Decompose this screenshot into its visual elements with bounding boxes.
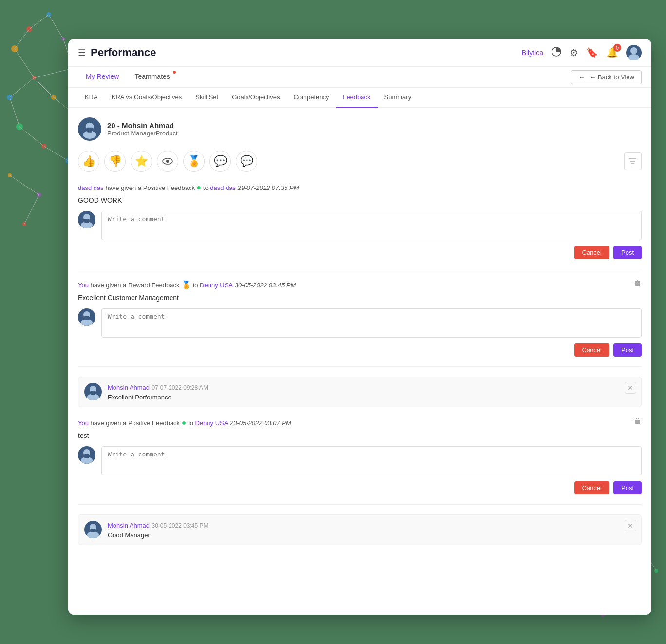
commenter-name-1: Mohsin Ahmad — [108, 384, 150, 391]
feedback-header-row-2: You have given a Reward Feedback 🏅 to De… — [78, 279, 642, 291]
username-label: Bilytica — [522, 49, 543, 57]
sub-header: My Review Teammates ← ← Back to View — [68, 67, 651, 88]
user-name: 20 - Mohsin Ahmad — [107, 121, 178, 130]
svg-line-25 — [10, 97, 19, 127]
tab-skill-set[interactable]: Skill Set — [189, 88, 225, 108]
svg-rect-74 — [91, 529, 95, 532]
eye-button[interactable] — [157, 151, 178, 172]
hamburger-icon[interactable]: ☰ — [78, 47, 86, 58]
delete-icon-4[interactable]: 🗑 — [634, 417, 642, 426]
svg-line-23 — [34, 78, 54, 97]
comment-avatar-1 — [78, 211, 95, 228]
thumbs-down-button[interactable]: 👎 — [104, 151, 126, 172]
comment-text-1: Excellent Performance — [108, 394, 208, 401]
svg-point-67 — [87, 394, 99, 400]
delete-icon-2[interactable]: 🗑 — [634, 279, 642, 288]
medal-button[interactable]: 🏅 — [183, 151, 205, 172]
comment-row-1: Cancel Post — [78, 211, 642, 259]
svg-point-50 — [628, 54, 639, 60]
comment-avatar-4 — [78, 446, 95, 464]
tab-summary[interactable]: Summary — [378, 88, 419, 108]
red-dot-indicator — [173, 71, 176, 74]
feedback-author-4: You — [78, 419, 89, 427]
feedback-description-1: dasd das have given a Positive Feedback … — [78, 182, 299, 193]
feedback-target-2: Denny USA — [200, 282, 233, 289]
post-button-4[interactable]: Post — [613, 481, 642, 494]
comment-row-4: Cancel Post — [78, 446, 642, 494]
comment-time-1: 07-07-2022 09:28 AM — [152, 384, 208, 391]
main-content: 20 - Mohsin Ahmad Product ManagerProduct… — [68, 108, 651, 615]
user-avatar — [78, 117, 101, 141]
positive-icon-4: ● — [182, 418, 187, 427]
post-button-2[interactable]: Post — [613, 343, 642, 357]
svg-rect-68 — [91, 391, 95, 395]
sub-nav-teammates[interactable]: Teammates — [127, 67, 177, 87]
comment-buttons-4: Cancel Post — [101, 481, 642, 494]
comment-content-2: Mohsin Ahmad 30-05-2022 03:45 PM Good Ma… — [108, 521, 209, 539]
cancel-button-4[interactable]: Cancel — [574, 481, 609, 494]
chat-blue-button[interactable]: 💬 — [209, 151, 231, 172]
comment-block-2: Mohsin Ahmad 30-05-2022 03:45 PM Good Ma… — [78, 514, 642, 545]
feedback-item-2: You have given a Reward Feedback 🏅 to De… — [78, 279, 642, 367]
sub-nav-my-review[interactable]: My Review — [78, 67, 127, 87]
comment-block-avatar-1 — [84, 383, 102, 400]
tab-goals-objectives[interactable]: Goals/Objectives — [225, 88, 286, 108]
notifications-icon[interactable]: 🔔 0 — [606, 47, 618, 58]
svg-line-17 — [49, 15, 63, 39]
tab-kra[interactable]: KRA — [78, 88, 105, 108]
header-left: ☰ Performance — [78, 46, 156, 59]
comment-block-1: Mohsin Ahmad 07-07-2022 09:28 AM Excelle… — [78, 377, 642, 407]
action-icons: 👍 👎 ⭐ 🏅 💬 💬 — [78, 151, 257, 172]
svg-point-73 — [87, 531, 99, 538]
close-comment-1[interactable]: ✕ — [625, 382, 636, 394]
close-comment-2[interactable]: ✕ — [625, 520, 636, 531]
user-avatar-header[interactable] — [626, 45, 642, 60]
svg-rect-62 — [84, 219, 89, 223]
comment-textarea-2[interactable] — [101, 308, 642, 338]
svg-point-56 — [166, 160, 169, 163]
comment-block-avatar-2 — [84, 521, 102, 538]
svg-line-18 — [15, 29, 29, 49]
comment-textarea-4[interactable] — [101, 446, 642, 475]
content-tabs: KRA KRA vs Goals/Objectives Skill Set Go… — [68, 88, 651, 108]
thumbs-up-button[interactable]: 👍 — [78, 151, 99, 172]
feedback-target-4: Denny USA — [195, 419, 228, 427]
tab-competency[interactable]: Competency — [286, 88, 336, 108]
comment-buttons-1: Cancel Post — [101, 246, 642, 259]
back-to-view-button[interactable]: ← ← Back to View — [571, 70, 642, 84]
comment-row-2: Cancel Post — [78, 308, 642, 357]
post-button-1[interactable]: Post — [613, 246, 642, 259]
tab-kra-vs-goals[interactable]: KRA vs Goals/Objectives — [105, 88, 189, 108]
header-right: Bilytica ⚙ 🔖 🔔 0 — [522, 45, 642, 60]
tab-feedback[interactable]: Feedback — [336, 88, 377, 108]
comment-textarea-1[interactable] — [101, 211, 642, 240]
feedback-message-1: GOOD WORK — [78, 196, 642, 204]
star-button[interactable]: ⭐ — [131, 151, 152, 172]
comment-input-area-2: Cancel Post — [101, 308, 642, 357]
svg-point-49 — [630, 47, 637, 54]
bookmark-icon[interactable]: 🔖 — [586, 47, 598, 58]
cancel-button-1[interactable]: Cancel — [574, 246, 609, 259]
user-info: 20 - Mohsin Ahmad Product ManagerProduct — [107, 121, 178, 137]
svg-line-27 — [44, 146, 68, 161]
app-header: ☰ Performance Bilytica ⚙ 🔖 🔔 0 — [68, 39, 651, 67]
comment-avatar-2 — [78, 308, 95, 326]
svg-line-22 — [10, 78, 34, 97]
feedback-message-4: test — [78, 432, 642, 439]
feedback-message-2: Excellent Customer Management — [78, 294, 642, 302]
user-role: Product ManagerProduct — [107, 130, 178, 137]
action-buttons-row: 👍 👎 ⭐ 🏅 💬 💬 — [78, 151, 642, 172]
settings-icon[interactable]: ⚙ — [570, 47, 578, 58]
user-profile-row: 20 - Mohsin Ahmad Product ManagerProduct — [78, 117, 642, 141]
app-title: Performance — [91, 46, 156, 59]
feedback-item-4: You have given a Positive Feedback ● to … — [78, 417, 642, 505]
analytics-icon[interactable] — [551, 46, 562, 59]
cancel-button-2[interactable]: Cancel — [574, 343, 609, 357]
svg-rect-65 — [84, 316, 89, 320]
filter-button[interactable] — [624, 152, 642, 170]
svg-point-61 — [81, 222, 93, 228]
svg-line-16 — [29, 15, 49, 29]
svg-line-20 — [15, 49, 34, 78]
commenter-name-2: Mohsin Ahmad — [108, 522, 150, 529]
chat-teal-button[interactable]: 💬 — [236, 151, 257, 172]
